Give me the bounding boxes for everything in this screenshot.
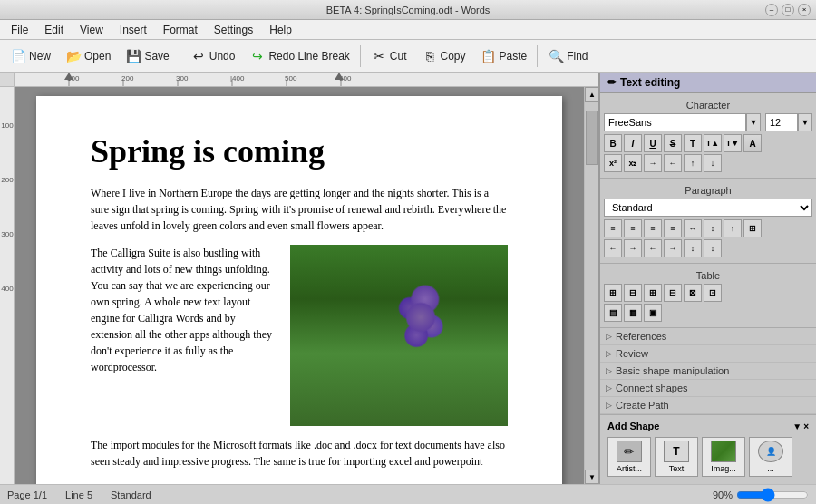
superscript-button[interactable]: x² [604, 154, 622, 172]
table-add-col-button[interactable]: ⊞ [604, 284, 622, 302]
table-split-button[interactable]: ⊡ [704, 284, 722, 302]
save-button[interactable]: 💾 Save [119, 44, 175, 68]
text-down-button[interactable]: T▼ [724, 134, 742, 152]
table-add-row-button[interactable]: ⊞ [644, 284, 662, 302]
scroll-down-button[interactable]: ▼ [585, 470, 598, 484]
document-paragraph-1[interactable]: Where I live in Northern Europe the days… [91, 185, 508, 234]
font-name-input[interactable] [604, 113, 746, 131]
font-size-input[interactable] [765, 113, 798, 131]
connect-shapes-label: Connect shapes [616, 383, 688, 393]
menu-help[interactable]: Help [262, 22, 299, 38]
strikethrough-button[interactable]: S [664, 134, 682, 152]
menu-format[interactable]: Format [156, 22, 205, 38]
open-button[interactable]: 📂 Open [59, 44, 117, 68]
justify-button[interactable]: ↔ [684, 219, 702, 237]
menu-insert[interactable]: Insert [112, 22, 154, 38]
paste-button[interactable]: 📋 Paste [474, 44, 534, 68]
font-size-dropdown[interactable]: ▼ [798, 113, 812, 131]
basic-shape-item[interactable]: ▷ Basic shape manipulation [600, 363, 816, 380]
font-row: ▼ ▼ [604, 113, 812, 131]
ruler-left: 100 200 300 400 [0, 87, 15, 484]
maximize-button[interactable]: □ [782, 4, 794, 16]
shape-text-label: Text [669, 464, 685, 473]
character-section-title: Character [604, 97, 812, 113]
new-icon: 📄 [10, 48, 26, 64]
menu-file[interactable]: File [4, 22, 35, 38]
document-paragraph-3[interactable]: The import modules for the Microsoft for… [91, 437, 508, 470]
create-path-item[interactable]: ▷ Create Path [600, 397, 816, 414]
find-button[interactable]: 🔍 Find [541, 44, 594, 68]
ruler-corner [0, 73, 15, 86]
shape-image-item[interactable]: Imag... [702, 437, 745, 477]
shape-artist-item[interactable]: ✏ Artist... [607, 437, 651, 477]
menu-edit[interactable]: Edit [37, 22, 71, 38]
decrease-indent-button[interactable]: ↓ [704, 154, 722, 172]
cut-button[interactable]: ✂ Cut [364, 44, 413, 68]
ltr-button[interactable]: ← [664, 154, 682, 172]
italic-button[interactable]: I [624, 134, 642, 152]
indent-right-button[interactable]: → [624, 239, 642, 257]
text-up-button[interactable]: T▲ [704, 134, 722, 152]
scroll-up-button[interactable]: ▲ [585, 87, 598, 102]
indent-right2-button[interactable]: → [664, 239, 682, 257]
paragraph-style-select[interactable]: Standard [604, 199, 812, 217]
add-shape-collapse[interactable]: ▼ [792, 422, 801, 431]
connect-shapes-item[interactable]: ▷ Connect shapes [600, 380, 816, 397]
line-h-button[interactable]: ↕ [684, 239, 702, 257]
review-item[interactable]: ▷ Review [600, 345, 816, 363]
doc-text-col: The Calligra Suite is also bustling with… [91, 245, 279, 426]
new-button[interactable]: 📄 New [4, 44, 57, 68]
line-h2-button[interactable]: ↕ [704, 239, 722, 257]
text-style-button[interactable]: T [684, 134, 702, 152]
references-item[interactable]: ▷ References [600, 328, 816, 345]
rtl-button[interactable]: → [644, 154, 662, 172]
para-up-button[interactable]: ↑ [724, 219, 742, 237]
table-borders-button[interactable]: ▤ [604, 304, 622, 322]
increase-indent-button[interactable]: ↑ [684, 154, 702, 172]
align-right-button[interactable]: ≡ [664, 219, 682, 237]
align-center-button[interactable]: ≡ [644, 219, 662, 237]
minimize-button[interactable]: – [765, 4, 778, 16]
collapsibles-container: ▷ References ▷ Review ▷ Basic shape mani… [600, 328, 816, 414]
indent-left-button[interactable]: ← [604, 239, 622, 257]
document-scroll[interactable]: Spring is coming Where I live in Norther… [15, 87, 584, 484]
align-left2-button[interactable]: ≡ [624, 219, 642, 237]
table-fill-button[interactable]: ▦ [624, 304, 642, 322]
add-shape-close[interactable]: × [803, 422, 809, 431]
artist-shape-icon: ✏ [617, 441, 642, 462]
zoom-slider[interactable] [736, 488, 809, 502]
table-del-col-button[interactable]: ⊟ [624, 284, 642, 302]
table-merge-button[interactable]: ⊠ [684, 284, 702, 302]
undo-button[interactable]: ↩ Undo [184, 44, 242, 68]
close-button[interactable]: × [798, 4, 811, 16]
shape-more-item[interactable]: 👤 ... [749, 437, 792, 477]
align-left-button[interactable]: ≡ [604, 219, 622, 237]
text-color-button[interactable]: A [743, 134, 762, 152]
font-rtl-button[interactable]: ▼ [746, 113, 761, 131]
scroll-thumb[interactable] [586, 111, 598, 165]
menu-settings[interactable]: Settings [207, 22, 260, 38]
vertical-scrollbar[interactable]: ▲ ▼ [584, 87, 598, 484]
subscript-button[interactable]: x₂ [624, 154, 642, 172]
indent-left2-button[interactable]: ← [644, 239, 662, 257]
redo-button[interactable]: ↪ Redo Line Break [243, 44, 355, 68]
bold-button[interactable]: B [604, 134, 622, 152]
line-spacing-button[interactable]: ↕ [704, 219, 722, 237]
table-del-row-button[interactable]: ⊟ [664, 284, 682, 302]
copy-button[interactable]: ⎘ Copy [415, 44, 472, 68]
para-special-button[interactable]: ⊞ [743, 219, 762, 237]
underline-button[interactable]: U [644, 134, 662, 152]
undo-icon: ↩ [190, 48, 207, 64]
doc-area: 100 200 300 400 Spring is coming Where I… [0, 87, 598, 484]
menu-view[interactable]: View [73, 22, 111, 38]
table-buttons-row2: ▤ ▦ ▣ [604, 304, 812, 322]
scroll-track[interactable] [585, 102, 598, 470]
connect-shapes-arrow: ▷ [606, 383, 612, 393]
svg-rect-0 [15, 73, 598, 87]
document-image [290, 245, 508, 426]
table-props-button[interactable]: ▣ [644, 304, 662, 322]
document-paragraph-2[interactable]: The Calligra Suite is also bustling with… [91, 245, 279, 375]
separator-3 [537, 45, 538, 67]
shape-text-item[interactable]: T Text [655, 437, 698, 477]
review-label: Review [616, 348, 648, 359]
